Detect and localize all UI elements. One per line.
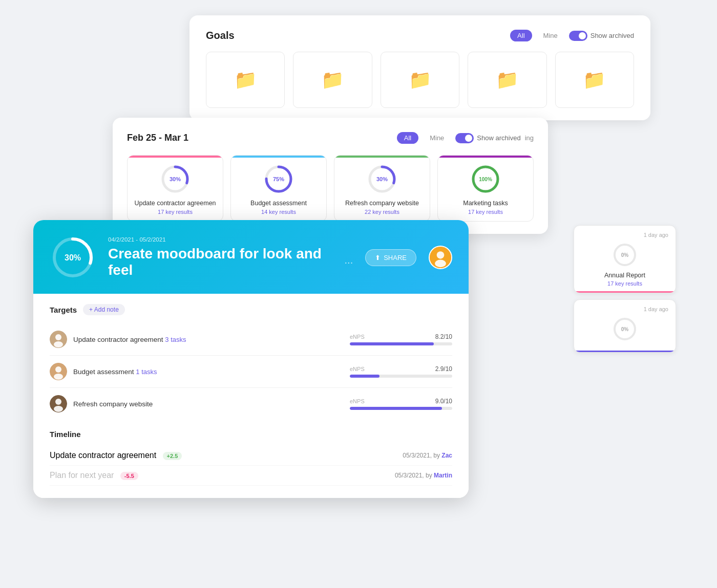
goals-filter-mine[interactable]: Mine xyxy=(536,30,565,41)
svg-text:75%: 75% xyxy=(273,176,284,182)
timeline-1-author: Zac xyxy=(441,452,452,459)
folder-icon-1: 📁 xyxy=(234,69,257,91)
timeline-row-1: Update contractor agreement +2.5 05/3/20… xyxy=(50,446,452,466)
timeline-2-author: Martin xyxy=(434,472,452,479)
targets-title: Targets xyxy=(50,306,77,314)
weekly-partial-label: ing xyxy=(525,134,534,142)
svg-point-20 xyxy=(437,251,445,259)
timeline-2-badge: -5.5 xyxy=(120,472,138,480)
target-1-metric: eNPS 8.2/10 xyxy=(350,333,452,345)
goal-card-2-sub: 14 key results xyxy=(261,209,296,215)
target-1-name: Update contractor agreement 3 tasks xyxy=(73,336,350,343)
target-avatar-1 xyxy=(50,331,67,348)
right-card-2-timestamp: 1 day ago xyxy=(581,306,668,312)
targets-section-header: Targets + Add note xyxy=(50,304,452,315)
folder-card-4[interactable]: 📁 xyxy=(468,52,546,108)
goals-panel-header: Goals All Mine Show archived xyxy=(206,30,634,41)
target-3-metric-label: eNPS xyxy=(350,398,365,404)
folder-card-5[interactable]: 📁 xyxy=(555,52,634,108)
goals-filter-group: All Mine Show archived xyxy=(510,30,634,41)
target-row-3: Refresh company website eNPS 9.0/10 xyxy=(50,388,452,420)
target-2-metric-label: eNPS xyxy=(350,366,365,372)
timeline-2-label: Plan for next year -5.5 xyxy=(50,471,138,480)
target-3-metric-value: 9.0/10 xyxy=(435,398,452,405)
goals-toggle-wrap: Show archived xyxy=(569,31,634,41)
svg-text:100%: 100% xyxy=(479,177,492,182)
weekly-filter-group: All Mine Show archived ing xyxy=(397,132,534,144)
target-2-metric-value: 2.9/10 xyxy=(435,365,452,373)
goal-card-2-name: Budget assessment xyxy=(250,200,307,207)
right-card-1-timestamp: 1 day ago xyxy=(581,232,668,238)
folder-icon-4: 📁 xyxy=(496,69,519,91)
target-2-metric: eNPS 2.9/10 xyxy=(350,365,452,378)
timeline-1-badge: +2.5 xyxy=(163,452,182,460)
folder-icon-3: 📁 xyxy=(409,69,432,91)
folder-icon-5: 📁 xyxy=(583,69,606,91)
target-2-name: Budget assessment 1 tasks xyxy=(73,368,350,376)
svg-point-27 xyxy=(54,374,63,380)
weekly-panel-title: Feb 25 - Mar 1 xyxy=(127,133,188,143)
goal-card-2[interactable]: 75% Budget assessment 14 key results xyxy=(230,155,327,222)
target-avatar-3 xyxy=(50,395,67,412)
right-card-1-name: Annual Report xyxy=(581,272,668,279)
target-avatar-2 xyxy=(50,363,67,380)
right-card-1[interactable]: 1 day ago 0% Annual Report 17 key result… xyxy=(574,225,676,293)
folder-icon-2: 📁 xyxy=(321,69,344,91)
target-3-progress-wrap xyxy=(350,407,452,410)
folder-card-1[interactable]: 📁 xyxy=(206,52,285,108)
weekly-filter-mine[interactable]: Mine xyxy=(423,132,451,144)
svg-text:0%: 0% xyxy=(621,252,629,258)
goals-folder-row: 📁 📁 📁 📁 📁 xyxy=(206,52,634,108)
goal-card-3-sub: 22 key results xyxy=(365,209,399,215)
main-header-date: 04/2/2021 - 05/2/2021 xyxy=(108,236,353,243)
share-button[interactable]: ⬆ SHARE xyxy=(365,249,416,266)
target-3-progress-fill xyxy=(350,407,442,410)
weekly-panel: Feb 25 - Mar 1 All Mine Show archived in… xyxy=(113,118,548,234)
folder-card-3[interactable]: 📁 xyxy=(381,52,459,108)
main-progress-circle: 30% xyxy=(50,234,96,280)
timeline-section: Timeline Update contractor agreement +2.… xyxy=(50,420,452,486)
right-card-1-sub: 17 key results xyxy=(581,280,668,287)
svg-text:30%: 30% xyxy=(65,253,81,262)
svg-text:30%: 30% xyxy=(170,176,181,182)
goal-card-1[interactable]: 30% Update contractor agreemen 17 key re… xyxy=(127,155,223,222)
goals-archived-toggle[interactable] xyxy=(569,31,587,41)
goal-card-4[interactable]: 100% Marketing tasks 17 key results xyxy=(437,155,534,222)
goal-card-1-sub: 17 key results xyxy=(158,209,193,215)
main-header-title: Create moodboard for look and feel xyxy=(108,246,336,278)
goal-card-1-name: Update contractor agreemen xyxy=(134,200,216,207)
main-panel-body: Targets + Add note Update contractor agr… xyxy=(33,294,469,498)
goal-card-4-name: Marketing tasks xyxy=(463,200,508,207)
svg-point-24 xyxy=(54,341,63,347)
timeline-title: Timeline xyxy=(50,430,452,439)
timeline-2-text: Plan for next year xyxy=(50,471,114,480)
target-2-progress-fill xyxy=(350,375,379,378)
target-2-link[interactable]: 1 tasks xyxy=(136,368,157,376)
add-note-button[interactable]: + Add note xyxy=(83,304,125,315)
main-panel: 30% 04/2/2021 - 05/2/2021 Create moodboa… xyxy=(33,220,469,498)
target-2-progress-wrap xyxy=(350,375,452,378)
weekly-filter-all[interactable]: All xyxy=(397,132,418,144)
svg-point-21 xyxy=(435,260,446,268)
timeline-1-label: Update contractor agreement +2.5 xyxy=(50,451,182,460)
folder-card-2[interactable]: 📁 xyxy=(293,52,372,108)
timeline-1-text: Update contractor agreement xyxy=(50,451,156,460)
weekly-toggle-label: Show archived xyxy=(477,134,520,142)
weekly-archived-toggle[interactable] xyxy=(455,133,474,143)
goals-panel: Goals All Mine Show archived 📁 📁 📁 📁 📁 xyxy=(189,15,650,120)
target-1-link[interactable]: 3 tasks xyxy=(165,336,186,343)
target-1-metric-value: 8.2/10 xyxy=(435,333,452,340)
timeline-row-2: Plan for next year -5.5 05/3/2021, by Ma… xyxy=(50,466,452,486)
weekly-panel-header: Feb 25 - Mar 1 All Mine Show archived in… xyxy=(127,132,534,144)
target-row-1: Update contractor agreement 3 tasks eNPS… xyxy=(50,323,452,356)
right-card-2[interactable]: 1 day ago 0% xyxy=(574,299,676,353)
goal-card-3[interactable]: 30% Refresh company website 22 key resul… xyxy=(334,155,430,222)
target-1-metric-label: eNPS xyxy=(350,334,365,340)
target-3-metric: eNPS 9.0/10 xyxy=(350,398,452,410)
weekly-toggle-wrap: Show archived xyxy=(455,133,520,143)
timeline-2-right: 05/3/2021, by Martin xyxy=(395,472,452,479)
svg-text:0%: 0% xyxy=(621,326,629,332)
more-options-icon[interactable]: ··· xyxy=(345,256,353,268)
goals-filter-all[interactable]: All xyxy=(510,30,532,41)
share-label: SHARE xyxy=(384,254,407,262)
